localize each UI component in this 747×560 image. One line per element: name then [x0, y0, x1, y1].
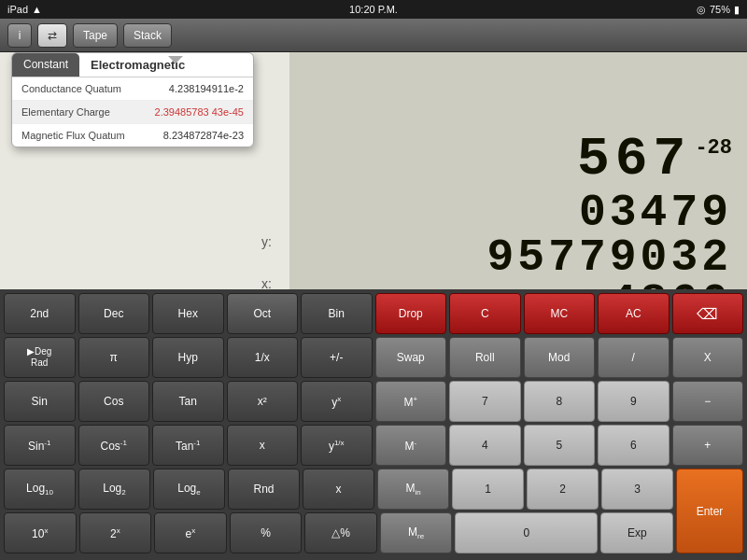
- dropdown-row-3[interactable]: Magnetic Flux Quatum 8.234872874e-23: [12, 124, 253, 147]
- dropdown-content: Conductance Quatum 4.238194911e-2 Elemen…: [12, 77, 253, 147]
- dropdown-row-1[interactable]: Conductance Quatum 4.238194911e-2: [12, 77, 253, 101]
- row1-label: Conductance Quatum: [21, 83, 121, 94]
- key-multiply[interactable]: X: [672, 337, 744, 378]
- key-drop[interactable]: Drop: [375, 293, 447, 334]
- key-loge[interactable]: Loge: [153, 469, 225, 510]
- key-tan[interactable]: Tan: [152, 381, 224, 422]
- key-row-2: ▶DegRad π Hyp 1/x +/- Swap Roll Mod / X: [4, 337, 743, 378]
- key-mod[interactable]: Mod: [524, 337, 596, 378]
- key-9[interactable]: 9: [598, 381, 669, 422]
- constant-dropdown: Constant Electromagnetic Conductance Qua…: [11, 52, 254, 147]
- location-icon: ◎: [697, 4, 706, 16]
- key-2[interactable]: 2: [527, 469, 599, 510]
- row1-value: 4.238194911e-2: [169, 83, 244, 94]
- key-percent[interactable]: %: [230, 512, 303, 553]
- row2-label: Elementary Charge: [21, 106, 110, 118]
- toolbar: i ⇄ Tape Stack: [0, 19, 747, 52]
- key-cols-1-9: Log10 Log2 Loge Rnd x Min 1 2 3 10x 2x e…: [4, 469, 673, 553]
- key-log10[interactable]: Log10: [4, 469, 76, 510]
- key-backspace[interactable]: ⌫: [672, 293, 744, 334]
- key-2x[interactable]: 2x: [79, 512, 152, 553]
- key-0[interactable]: 0: [455, 512, 598, 553]
- key-pi[interactable]: π: [78, 337, 150, 378]
- battery-display: 75%: [710, 4, 730, 15]
- key-row-1: 2nd Dec Hex Oct Bin Drop C MC AC ⌫: [4, 293, 743, 334]
- key-x[interactable]: x: [227, 425, 299, 466]
- tape-button[interactable]: Tape: [73, 23, 118, 48]
- key-1-over-x[interactable]: 1/x: [227, 337, 299, 378]
- key-plus[interactable]: +: [672, 425, 744, 466]
- key-row-6: 10x 2x ex % △% Mre 0 Exp: [4, 512, 673, 553]
- y-label: y:: [261, 234, 272, 249]
- key-c[interactable]: C: [449, 293, 521, 334]
- key-row-4: Sin-1 Cos-1 Tan-1 x y1/x M- 4 5 6 +: [4, 425, 743, 466]
- key-row-3: Sin Cos Tan x² yx M+ 7 8 9 −: [4, 381, 743, 422]
- key-rows-5-6: Log10 Log2 Loge Rnd x Min 1 2 3 10x 2x e…: [4, 469, 743, 553]
- dropdown-title: Electromagnetic: [79, 53, 253, 77]
- key-mc[interactable]: MC: [524, 293, 596, 334]
- keypad: 2nd Dec Hex Oct Bin Drop C MC AC ⌫ ▶DegR…: [0, 289, 747, 560]
- dropdown-arrow: [168, 56, 183, 63]
- key-10x[interactable]: 10x: [4, 512, 77, 553]
- key-8[interactable]: 8: [524, 381, 596, 422]
- constant-tab[interactable]: Constant: [12, 53, 79, 77]
- key-plus-minus[interactable]: +/-: [301, 337, 373, 378]
- key-minus[interactable]: −: [672, 381, 744, 422]
- swap-button[interactable]: ⇄: [37, 23, 67, 48]
- key-exp[interactable]: Exp: [600, 512, 673, 553]
- key-m-plus[interactable]: M+: [375, 381, 447, 422]
- key-1[interactable]: 1: [452, 469, 524, 510]
- key-mre[interactable]: Mre: [380, 512, 453, 553]
- key-4[interactable]: 4: [449, 425, 521, 466]
- key-oct[interactable]: Oct: [227, 293, 299, 334]
- battery-icon: ▮: [734, 4, 740, 16]
- key-m-minus[interactable]: M-: [375, 425, 447, 466]
- key-tan-inv[interactable]: Tan-1: [152, 425, 224, 466]
- key-sin[interactable]: Sin: [4, 381, 76, 422]
- key-roll[interactable]: Roll: [449, 337, 521, 378]
- info-button[interactable]: i: [7, 23, 32, 48]
- key-log2[interactable]: Log2: [78, 469, 150, 510]
- key-ex[interactable]: ex: [154, 512, 227, 553]
- key-x2[interactable]: x: [303, 469, 374, 510]
- key-rnd[interactable]: Rnd: [228, 469, 300, 510]
- key-divide[interactable]: /: [598, 337, 669, 378]
- device-label: iPad: [7, 4, 28, 15]
- key-ac[interactable]: AC: [598, 293, 669, 334]
- key-5[interactable]: 5: [524, 425, 596, 466]
- key-2nd[interactable]: 2nd: [4, 293, 76, 334]
- key-dec[interactable]: Dec: [78, 293, 150, 334]
- key-min[interactable]: Min: [377, 469, 449, 510]
- time-display: 10:20 P.M.: [349, 4, 398, 15]
- key-bin[interactable]: Bin: [301, 293, 373, 334]
- key-7[interactable]: 7: [449, 381, 521, 422]
- key-sin-inv[interactable]: Sin-1: [4, 425, 76, 466]
- dropdown-row-2[interactable]: Elementary Charge 2.39485783 43e-45: [12, 101, 253, 124]
- status-bar: iPad ▲ 10:20 P.M. ◎ 75% ▮: [0, 0, 747, 19]
- key-delta-percent[interactable]: △%: [304, 512, 377, 553]
- key-cos[interactable]: Cos: [78, 381, 150, 422]
- key-swap[interactable]: Swap: [375, 337, 447, 378]
- key-y-x[interactable]: yx: [301, 381, 373, 422]
- key-x-squared[interactable]: x²: [227, 381, 299, 422]
- key-6[interactable]: 6: [598, 425, 669, 466]
- key-hex[interactable]: Hex: [152, 293, 224, 334]
- key-hyp[interactable]: Hyp: [152, 337, 224, 378]
- key-row-5: Log10 Log2 Loge Rnd x Min 1 2 3: [4, 469, 673, 510]
- stack-button[interactable]: Stack: [123, 23, 172, 48]
- key-3[interactable]: 3: [601, 469, 673, 510]
- key-enter[interactable]: Enter: [676, 469, 743, 553]
- key-cos-inv[interactable]: Cos-1: [78, 425, 150, 466]
- key-y-1-x[interactable]: y1/x: [301, 425, 373, 466]
- wifi-icon: ▲: [32, 4, 42, 15]
- row3-label: Magnetic Flux Quatum: [21, 130, 125, 141]
- row2-value: 2.39485783 43e-45: [155, 106, 244, 118]
- key-deg-rad[interactable]: ▶DegRad: [4, 337, 76, 378]
- row3-value: 8.234872874e-23: [163, 130, 244, 141]
